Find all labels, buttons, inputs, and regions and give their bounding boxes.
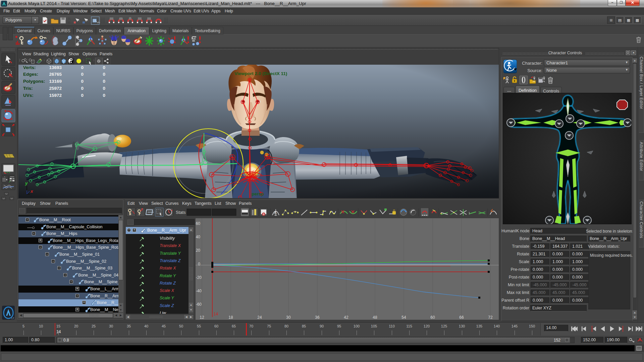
svg-text:Tris:: Tris:	[23, 86, 33, 91]
svg-text:42: 42	[344, 315, 348, 320]
svg-text:persp: persp	[252, 191, 264, 196]
svg-text:Edges:: Edges:	[23, 72, 38, 77]
svg-text:0: 0	[103, 86, 105, 91]
svg-text:0: 0	[103, 93, 105, 98]
svg-text:UVs:: UVs:	[23, 93, 34, 98]
svg-text:13693: 13693	[49, 65, 62, 70]
svg-text:15972: 15972	[49, 93, 62, 98]
svg-text:40: 40	[196, 235, 201, 239]
svg-text:y: y	[25, 181, 28, 186]
svg-text:18: 18	[228, 315, 233, 320]
svg-text:Viewport 2.0 (DirectX 11): Viewport 2.0 (DirectX 11)	[234, 71, 287, 76]
svg-text:12: 12	[200, 315, 204, 320]
svg-text:24: 24	[257, 315, 262, 320]
svg-text:60: 60	[430, 315, 435, 320]
svg-text:66: 66	[459, 315, 464, 320]
svg-text:20: 20	[196, 248, 201, 253]
svg-text:0: 0	[81, 79, 84, 84]
svg-text:60: 60	[196, 221, 201, 226]
svg-text:72: 72	[488, 315, 493, 320]
svg-text:54: 54	[401, 315, 406, 320]
svg-text:LT: LT	[11, 317, 14, 320]
svg-text:13169: 13169	[49, 79, 62, 84]
svg-text:0: 0	[198, 262, 200, 266]
svg-text:25972: 25972	[49, 86, 62, 91]
svg-text:36: 36	[315, 315, 320, 320]
svg-text:Stats: Stats	[176, 210, 186, 215]
svg-text:30: 30	[286, 315, 291, 320]
svg-text:x: x	[30, 189, 33, 194]
svg-text:A: A	[274, 210, 277, 215]
svg-text:0: 0	[103, 79, 105, 84]
svg-text:0: 0	[81, 93, 84, 98]
svg-text:-40: -40	[196, 289, 202, 293]
svg-text:0: 0	[81, 86, 84, 91]
svg-text:0: 0	[103, 65, 105, 70]
svg-text:Verts:: Verts:	[23, 65, 36, 70]
svg-text:-60: -60	[196, 302, 202, 307]
svg-text:48: 48	[373, 315, 377, 320]
svg-text:Polygons:: Polygons:	[23, 79, 45, 84]
svg-text:26765: 26765	[49, 72, 62, 77]
svg-text:0: 0	[103, 72, 105, 77]
svg-text:0: 0	[81, 65, 84, 70]
svg-text:14: 14	[214, 312, 218, 316]
svg-text:-20: -20	[196, 275, 202, 280]
svg-text:0: 0	[81, 72, 84, 77]
